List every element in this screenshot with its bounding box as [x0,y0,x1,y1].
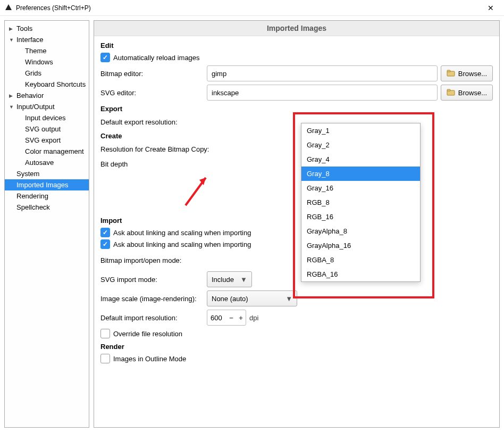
bit-depth-option-gray_16[interactable]: Gray_16 [301,181,420,195]
tree-item-imported-images[interactable]: Imported Images [5,179,89,190]
image-scale-value: None (auto) [212,295,248,303]
tree-item-label: Behavior [15,92,44,99]
browse-icon [447,88,455,97]
tree-expand-icon: ▼ [9,104,15,110]
checkbox-icon: ✓ [100,228,110,237]
svg-rect-4 [447,89,450,91]
tree-item-svg-export[interactable]: SVG export [5,135,89,146]
default-export-res-label: Default export resolution: [100,118,207,126]
default-import-res-label: Default import resolution: [100,314,207,322]
tree-item-theme[interactable]: Theme [5,45,89,56]
window-title: Preferences (Shift+Ctrl+P) [16,4,482,12]
tree-item-label: Input/Output [15,103,55,111]
tree-item-tools[interactable]: ▶Tools [5,23,89,34]
browse-icon [447,69,455,78]
svg-editor-value: inkscape [212,89,239,97]
plus-button[interactable]: + [236,314,246,322]
section-render: Render [100,343,493,351]
app-icon [4,4,13,12]
tree-item-grids[interactable]: Grids [5,68,89,79]
tree-item-color-management[interactable]: Color management [5,146,89,157]
ask-link-scale-2-label: Ask about linking and scaling when impor… [113,240,251,248]
ask-link-scale-1[interactable]: ✓ Ask about linking and scaling when imp… [100,228,493,237]
checkbox-icon [100,354,110,363]
minus-button[interactable]: − [226,314,236,322]
preferences-tree[interactable]: ▶Tools▼InterfaceThemeWindowsGridsKeyboar… [4,20,89,428]
svg-import-mode-combo[interactable]: Include ▼ [207,271,252,287]
section-export: Export [100,105,493,113]
bit-depth-option-grayalpha_16[interactable]: GrayAlpha_16 [301,238,420,253]
images-outline-mode[interactable]: Images in Outline Mode [100,354,493,363]
svg-rect-2 [447,70,450,72]
bit-depth-option-gray_4[interactable]: Gray_4 [301,152,420,167]
svg-editor-browse-button[interactable]: Browse... [441,85,493,101]
tree-item-label: Tools [15,24,32,32]
auto-reload-checkbox[interactable]: ✓ Automatically reload images [100,53,493,62]
tree-item-label: Grids [24,69,41,77]
tree-item-keyboard-shortcuts[interactable]: Keyboard Shortcuts [5,79,89,90]
checkbox-icon: ✓ [100,53,110,62]
tree-item-spellcheck[interactable]: Spellcheck [5,202,89,213]
checkbox-icon [100,329,110,338]
tree-item-label: Theme [24,47,46,55]
tree-item-label: Spellcheck [15,203,50,211]
images-outline-label: Images in Outline Mode [113,355,186,363]
svg-import-mode-value: Include [212,276,234,284]
tree-item-autosave[interactable]: Autosave [5,157,89,168]
svg-editor-label: SVG editor: [100,89,207,97]
tree-expand-icon: ▶ [9,93,15,98]
tree-item-label: Autosave [24,159,54,167]
bit-depth-option-gray_1[interactable]: Gray_1 [301,123,420,138]
tree-item-interface[interactable]: ▼Interface [5,34,89,45]
preferences-page: Imported Images Edit ✓ Automatically rel… [94,20,500,428]
image-scale-combo[interactable]: None (auto) ▼ [207,290,297,306]
tree-item-label: Rendering [15,192,48,200]
bitmap-editor-value: gimp [212,70,226,78]
tree-item-behavior[interactable]: ▶Behavior [5,90,89,101]
tree-item-label: Input devices [24,114,66,122]
page-title: Imported Images [94,21,499,36]
tree-item-label: Interface [15,36,44,44]
chevron-down-icon: ▼ [285,295,292,303]
bit-depth-dropdown[interactable]: Gray_1Gray_2Gray_4Gray_8Gray_16RGB_8RGB_… [301,123,421,282]
checkbox-icon: ✓ [100,239,110,249]
tree-item-label: Imported Images [15,181,69,189]
ask-link-scale-2[interactable]: ✓ Ask about linking and scaling when imp… [100,239,493,249]
tree-item-svg-output[interactable]: SVG output [5,123,89,135]
browse-label: Browse... [458,89,487,97]
bit-depth-option-gray_8[interactable]: Gray_8 [301,167,420,181]
tree-item-input-output[interactable]: ▼Input/Output [5,101,89,112]
svg-editor-input[interactable]: inkscape [207,85,438,101]
browse-label: Browse... [458,70,487,78]
bit-depth-label: Bit depth [100,160,207,168]
title-bar: Preferences (Shift+Ctrl+P) ✕ [0,0,504,16]
svg-marker-0 [5,4,12,10]
tree-item-label: System [15,170,39,178]
section-create: Create [100,132,493,140]
bit-depth-option-grayalpha_8[interactable]: GrayAlpha_8 [301,224,420,238]
tree-item-label: Keyboard Shortcuts [24,80,86,88]
bitmap-editor-label: Bitmap editor: [100,70,207,78]
tree-item-rendering[interactable]: Rendering [5,190,89,202]
tree-expand-icon: ▼ [9,37,15,43]
tree-item-label: SVG export [24,136,61,144]
tree-item-label: Color management [24,147,84,155]
bit-depth-option-rgb_8[interactable]: RGB_8 [301,195,420,210]
svg-import-mode-label: SVG import mode: [100,276,207,284]
import-res-spin[interactable]: 600 − + [207,310,246,326]
ask-link-scale-1-label: Ask about linking and scaling when impor… [113,229,251,237]
bitmap-import-mode-label: Bitmap import/open mode: [100,256,207,264]
override-file-res[interactable]: Override file resolution [100,329,493,338]
tree-item-windows[interactable]: Windows [5,56,89,68]
bit-depth-option-rgba_16[interactable]: RGBA_16 [301,267,420,281]
bitmap-editor-input[interactable]: gimp [207,65,438,81]
section-edit: Edit [100,41,493,49]
bit-depth-option-gray_2[interactable]: Gray_2 [301,138,420,152]
tree-item-system[interactable]: System [5,168,89,179]
bit-depth-option-rgba_8[interactable]: RGBA_8 [301,253,420,267]
close-button[interactable]: ✕ [482,0,500,16]
tree-item-label: Windows [24,58,53,66]
bitmap-editor-browse-button[interactable]: Browse... [441,65,493,81]
tree-item-input-devices[interactable]: Input devices [5,112,89,123]
bit-depth-option-rgb_16[interactable]: RGB_16 [301,210,420,224]
